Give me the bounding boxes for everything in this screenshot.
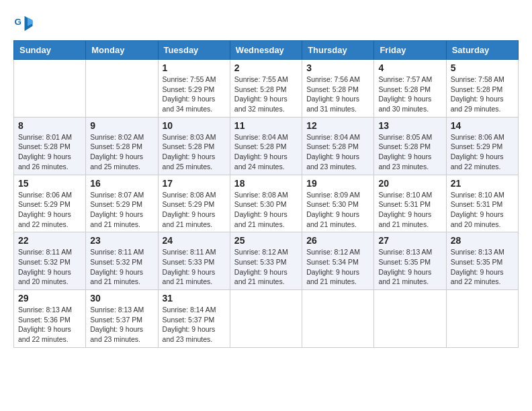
day-number: 12 (306, 120, 369, 131)
calendar-cell-w4-d1: 22Sunrise: 8:11 AMSunset: 5:32 PMDayligh… (14, 232, 86, 290)
calendar-cell-w5-d4 (230, 290, 302, 348)
day-number: 15 (18, 178, 81, 189)
calendar-cell-w2-d3: 10Sunrise: 8:03 AMSunset: 5:28 PMDayligh… (158, 117, 230, 175)
day-number: 13 (378, 120, 441, 131)
day-number: 19 (306, 178, 369, 189)
calendar-cell-w4-d3: 24Sunrise: 8:11 AMSunset: 5:33 PMDayligh… (158, 232, 230, 290)
calendar-cell-w4-d5: 26Sunrise: 8:12 AMSunset: 5:34 PMDayligh… (302, 232, 374, 290)
day-number: 31 (163, 293, 226, 304)
day-info: Sunrise: 8:10 AMSunset: 5:31 PMDaylight:… (451, 190, 514, 230)
weekday-header-friday: Friday (374, 41, 446, 60)
day-info: Sunrise: 8:13 AMSunset: 5:35 PMDaylight:… (378, 247, 441, 287)
day-number: 29 (18, 293, 81, 304)
day-number: 11 (234, 120, 298, 131)
day-number: 20 (378, 178, 441, 189)
day-info: Sunrise: 7:55 AMSunset: 5:29 PMDaylight:… (163, 75, 226, 114)
calendar-week-1: 1Sunrise: 7:55 AMSunset: 5:29 PMDaylight… (14, 60, 519, 118)
day-info: Sunrise: 8:12 AMSunset: 5:34 PMDaylight:… (306, 247, 369, 287)
calendar-cell-w2-d7: 14Sunrise: 8:06 AMSunset: 5:29 PMDayligh… (446, 117, 518, 175)
day-info: Sunrise: 8:14 AMSunset: 5:37 PMDaylight:… (163, 305, 226, 345)
logo: G (13, 13, 36, 34)
weekday-header-thursday: Thursday (302, 41, 374, 60)
calendar-cell-w3-d3: 17Sunrise: 8:08 AMSunset: 5:29 PMDayligh… (158, 175, 230, 232)
weekday-header-saturday: Saturday (446, 41, 518, 60)
calendar-week-5: 29Sunrise: 8:13 AMSunset: 5:36 PMDayligh… (14, 290, 519, 348)
calendar-cell-w4-d6: 27Sunrise: 8:13 AMSunset: 5:35 PMDayligh… (374, 232, 446, 290)
day-number: 24 (163, 235, 226, 246)
day-info: Sunrise: 8:10 AMSunset: 5:31 PMDaylight:… (378, 190, 441, 230)
day-number: 21 (451, 178, 514, 189)
calendar-cell-w3-d7: 21Sunrise: 8:10 AMSunset: 5:31 PMDayligh… (446, 175, 518, 232)
day-info: Sunrise: 7:55 AMSunset: 5:28 PMDaylight:… (234, 75, 298, 114)
calendar-cell-w1-d4: 2Sunrise: 7:55 AMSunset: 5:28 PMDaylight… (230, 60, 302, 118)
calendar-cell-w1-d3: 1Sunrise: 7:55 AMSunset: 5:29 PMDaylight… (158, 60, 230, 118)
calendar-cell-w4-d7: 28Sunrise: 8:13 AMSunset: 5:35 PMDayligh… (446, 232, 518, 290)
calendar-table: SundayMondayTuesdayWednesdayThursdayFrid… (13, 40, 519, 348)
calendar-cell-w2-d1: 8Sunrise: 8:01 AMSunset: 5:28 PMDaylight… (14, 117, 86, 175)
day-info: Sunrise: 8:07 AMSunset: 5:29 PMDaylight:… (90, 190, 153, 230)
day-info: Sunrise: 7:58 AMSunset: 5:28 PMDaylight:… (451, 75, 514, 114)
calendar-week-4: 22Sunrise: 8:11 AMSunset: 5:32 PMDayligh… (14, 232, 519, 290)
calendar-cell-w2-d5: 12Sunrise: 8:04 AMSunset: 5:28 PMDayligh… (302, 117, 374, 175)
day-info: Sunrise: 8:11 AMSunset: 5:32 PMDaylight:… (90, 247, 153, 287)
day-number: 4 (378, 62, 441, 73)
calendar-cell-w1-d1 (14, 60, 86, 118)
calendar-week-3: 15Sunrise: 8:06 AMSunset: 5:29 PMDayligh… (14, 175, 519, 232)
calendar-cell-w5-d6 (374, 290, 446, 348)
day-info: Sunrise: 8:11 AMSunset: 5:32 PMDaylight:… (18, 247, 81, 287)
calendar-cell-w3-d6: 20Sunrise: 8:10 AMSunset: 5:31 PMDayligh… (374, 175, 446, 232)
page-header: G (13, 13, 519, 34)
calendar-cell-w1-d7: 5Sunrise: 7:58 AMSunset: 5:28 PMDaylight… (446, 60, 518, 118)
day-info: Sunrise: 8:13 AMSunset: 5:37 PMDaylight:… (90, 305, 153, 345)
day-number: 28 (451, 235, 514, 246)
day-number: 9 (90, 120, 153, 131)
day-info: Sunrise: 7:57 AMSunset: 5:28 PMDaylight:… (378, 75, 441, 114)
day-number: 30 (90, 293, 153, 304)
calendar-cell-w1-d2 (86, 60, 158, 118)
calendar-cell-w3-d1: 15Sunrise: 8:06 AMSunset: 5:29 PMDayligh… (14, 175, 86, 232)
day-info: Sunrise: 8:08 AMSunset: 5:30 PMDaylight:… (234, 190, 298, 230)
calendar-cell-w4-d2: 23Sunrise: 8:11 AMSunset: 5:32 PMDayligh… (86, 232, 158, 290)
day-number: 14 (451, 120, 514, 131)
calendar-cell-w3-d4: 18Sunrise: 8:08 AMSunset: 5:30 PMDayligh… (230, 175, 302, 232)
calendar-body: 1Sunrise: 7:55 AMSunset: 5:29 PMDaylight… (14, 60, 519, 348)
day-number: 27 (378, 235, 441, 246)
svg-text:G: G (15, 17, 22, 27)
day-info: Sunrise: 8:02 AMSunset: 5:28 PMDaylight:… (90, 132, 153, 172)
day-number: 22 (18, 235, 81, 246)
calendar-cell-w5-d7 (446, 290, 518, 348)
day-info: Sunrise: 8:03 AMSunset: 5:28 PMDaylight:… (163, 132, 226, 172)
calendar-cell-w3-d2: 16Sunrise: 8:07 AMSunset: 5:29 PMDayligh… (86, 175, 158, 232)
day-info: Sunrise: 8:13 AMSunset: 5:36 PMDaylight:… (18, 305, 81, 345)
calendar-cell-w5-d1: 29Sunrise: 8:13 AMSunset: 5:36 PMDayligh… (14, 290, 86, 348)
day-info: Sunrise: 8:12 AMSunset: 5:33 PMDaylight:… (234, 247, 298, 287)
day-info: Sunrise: 8:01 AMSunset: 5:28 PMDaylight:… (18, 132, 81, 172)
logo-icon: G (13, 13, 34, 34)
day-number: 8 (18, 120, 81, 131)
day-number: 18 (234, 178, 298, 189)
calendar-week-2: 8Sunrise: 8:01 AMSunset: 5:28 PMDaylight… (14, 117, 519, 175)
day-info: Sunrise: 7:56 AMSunset: 5:28 PMDaylight:… (306, 75, 369, 114)
weekday-header-tuesday: Tuesday (158, 41, 230, 60)
day-number: 16 (90, 178, 153, 189)
calendar-cell-w3-d5: 19Sunrise: 8:09 AMSunset: 5:30 PMDayligh… (302, 175, 374, 232)
day-number: 5 (451, 62, 514, 73)
day-info: Sunrise: 8:08 AMSunset: 5:29 PMDaylight:… (163, 190, 226, 230)
day-info: Sunrise: 8:06 AMSunset: 5:29 PMDaylight:… (451, 132, 514, 172)
day-number: 3 (306, 62, 369, 73)
day-info: Sunrise: 8:04 AMSunset: 5:28 PMDaylight:… (306, 132, 369, 172)
calendar-cell-w2-d4: 11Sunrise: 8:04 AMSunset: 5:28 PMDayligh… (230, 117, 302, 175)
day-info: Sunrise: 8:13 AMSunset: 5:35 PMDaylight:… (451, 247, 514, 287)
weekday-header-row: SundayMondayTuesdayWednesdayThursdayFrid… (14, 41, 519, 60)
calendar-cell-w1-d5: 3Sunrise: 7:56 AMSunset: 5:28 PMDaylight… (302, 60, 374, 118)
day-number: 2 (234, 62, 298, 73)
day-info: Sunrise: 8:05 AMSunset: 5:28 PMDaylight:… (378, 132, 441, 172)
calendar-cell-w2-d2: 9Sunrise: 8:02 AMSunset: 5:28 PMDaylight… (86, 117, 158, 175)
calendar-cell-w1-d6: 4Sunrise: 7:57 AMSunset: 5:28 PMDaylight… (374, 60, 446, 118)
calendar-cell-w5-d2: 30Sunrise: 8:13 AMSunset: 5:37 PMDayligh… (86, 290, 158, 348)
day-info: Sunrise: 8:04 AMSunset: 5:28 PMDaylight:… (234, 132, 298, 172)
day-number: 1 (163, 62, 226, 73)
calendar-cell-w4-d4: 25Sunrise: 8:12 AMSunset: 5:33 PMDayligh… (230, 232, 302, 290)
weekday-header-wednesday: Wednesday (230, 41, 302, 60)
day-info: Sunrise: 8:06 AMSunset: 5:29 PMDaylight:… (18, 190, 81, 230)
